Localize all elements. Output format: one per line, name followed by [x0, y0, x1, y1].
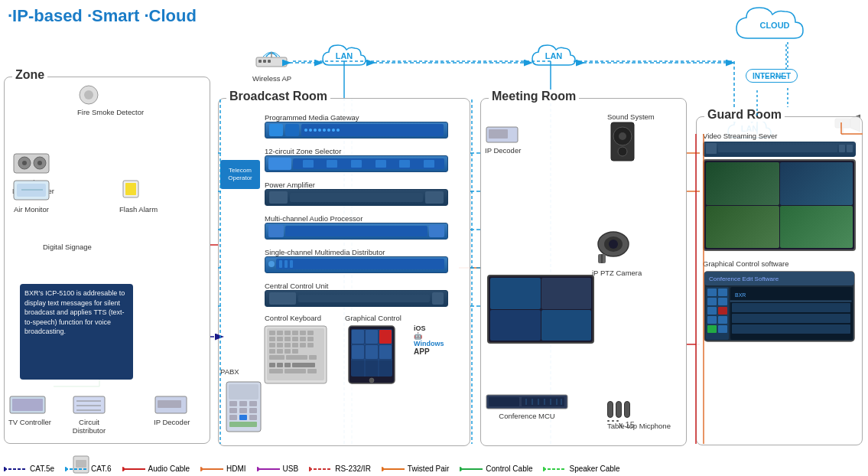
svg-rect-149: [707, 325, 717, 333]
pmg-rack: [265, 122, 448, 139]
svg-point-185: [65, 467, 67, 471]
svg-rect-77: [277, 349, 283, 354]
legend-hdmi-label: HDMI: [226, 465, 246, 473]
main-container: ·IP-based ·Smart ·Cloud CLOUD INTERNET C…: [0, 0, 868, 476]
legend: CAT.5e CAT.6 Audio Cable HDMI USB RS-232…: [4, 465, 620, 473]
svg-rect-128: [489, 397, 519, 406]
legend-audio: Audio Cable: [122, 465, 190, 473]
main-monitor-device: [703, 159, 856, 251]
cloud-shape: CLOUD: [733, 4, 817, 51]
svg-rect-68: [300, 337, 306, 341]
guard-box: Guard Room Video Streaming Sever: [696, 116, 863, 445]
power-amp-rack: [265, 189, 448, 206]
svg-rect-106: [239, 401, 247, 406]
conference-mcu-label: Conference MCU: [485, 412, 569, 420]
svg-rect-42: [12, 399, 43, 411]
conference-mcu-device: Conference MCU: [485, 393, 569, 420]
tablet-device: [345, 324, 410, 386]
svg-point-195: [382, 467, 384, 471]
fire-smoke-label: Fire Smoke Detector: [77, 108, 144, 116]
svg-rect-155: [732, 314, 850, 323]
svg-rect-70: [269, 343, 275, 347]
video-streaming-label-text: Video Streaming Sever: [703, 131, 778, 140]
svg-point-35: [37, 161, 42, 165]
svg-rect-153: [730, 301, 851, 302]
multimedia-dist-rack: [265, 256, 448, 273]
svg-rect-112: [239, 415, 247, 420]
svg-rect-105: [229, 401, 237, 406]
svg-rect-147: [707, 316, 717, 324]
graphical-control-label-text: Graphical Control: [345, 313, 401, 322]
legend-usb-label: USB: [283, 465, 299, 473]
svg-rect-111: [229, 415, 237, 420]
svg-point-30: [84, 90, 93, 99]
keyboard-device: [263, 324, 328, 386]
zone-title: Zone: [12, 68, 47, 82]
mic-3: [624, 401, 630, 418]
meeting-box: Meeting Room IP Decoder Sound System: [480, 98, 687, 446]
svg-rect-81: [286, 355, 307, 360]
air-monitor-label: Air Monitor: [12, 205, 50, 214]
zone-selector-label-text: 12-circuit Zone Selector: [265, 146, 341, 155]
legend-cat6-label: CAT.6: [91, 465, 112, 473]
circuit-distributor-label: CircuitDistributor: [72, 418, 106, 435]
audio-proc-label-text: Multi-channel Audio Processor: [265, 214, 362, 223]
page-header: ·IP-based ·Smart ·Cloud: [8, 6, 197, 26]
svg-rect-67: [292, 337, 298, 341]
ip-decoder-zone-device: IP Decoder: [154, 395, 190, 426]
svg-rect-82: [309, 355, 317, 360]
legend-control: Control Cable: [460, 465, 532, 473]
svg-point-187: [122, 467, 125, 471]
svg-rect-142: [718, 289, 727, 296]
svg-rect-73: [292, 343, 298, 347]
svg-rect-59: [277, 331, 283, 335]
power-amp-label-text: Power Amplifier: [265, 180, 315, 189]
svg-point-189: [200, 467, 203, 471]
flash-alarm-label: Flash Alarm: [119, 205, 158, 214]
legend-cat5e-label: CAT.5e: [30, 465, 54, 473]
svg-rect-25: [258, 60, 262, 63]
svg-point-34: [22, 161, 27, 165]
svg-rect-101: [379, 345, 392, 359]
flash-alarm-device: Flash Alarm: [119, 177, 158, 214]
air-monitor-device: Air Monitor: [12, 177, 50, 214]
ptz-camera-label: iP PTZ Camera: [592, 269, 642, 277]
legend-audio-label: Audio Cable: [148, 465, 190, 473]
svg-rect-86: [292, 363, 315, 367]
header-title: ·IP-based ·Smart ·Cloud: [8, 6, 197, 25]
windows-label: Windows: [414, 340, 444, 347]
svg-rect-87: [269, 369, 283, 373]
svg-rect-98: [379, 330, 392, 344]
svg-point-191: [257, 467, 259, 471]
svg-rect-108: [229, 408, 237, 413]
fire-smoke-detector: Fire Smoke Detector: [77, 83, 144, 116]
svg-rect-40: [125, 183, 136, 195]
wireless-ap-label: Wireless AP: [252, 74, 291, 83]
svg-rect-61: [292, 331, 298, 335]
legend-speaker: Speaker Cable: [543, 465, 619, 473]
svg-point-183: [4, 467, 6, 471]
broadcast-box: Broadcast Room Telecom Operator Programm…: [218, 98, 470, 446]
table-microphones: Table-top Micphone: [607, 401, 671, 430]
lan1-cloud: LAN: [321, 42, 375, 71]
legend-usb: USB: [257, 465, 299, 473]
svg-text:Conference Edit Software: Conference Edit Software: [709, 275, 779, 282]
app-label: APP: [414, 347, 444, 356]
svg-rect-58: [269, 331, 275, 335]
svg-rect-78: [284, 349, 291, 354]
svg-rect-145: [707, 307, 717, 315]
mic-2: [616, 401, 622, 418]
legend-twisted: Twisted Pair: [382, 465, 449, 473]
broadcast-title: Broadcast Room: [226, 90, 330, 103]
svg-point-120: [618, 147, 627, 156]
control-keyboard-label-text: Control Keyboard: [265, 313, 321, 322]
svg-rect-97: [366, 330, 378, 344]
mic-1: [607, 401, 613, 418]
svg-rect-48: [158, 400, 181, 408]
svg-rect-100: [366, 345, 378, 359]
guard-software-panel: Conference Edit Software BXR: [703, 270, 856, 343]
circuit-distributor-device: CircuitDistributor: [72, 395, 106, 435]
svg-point-123: [609, 240, 618, 249]
legend-speaker-label: Speaker Cable: [569, 465, 619, 473]
svg-rect-96: [352, 330, 364, 344]
